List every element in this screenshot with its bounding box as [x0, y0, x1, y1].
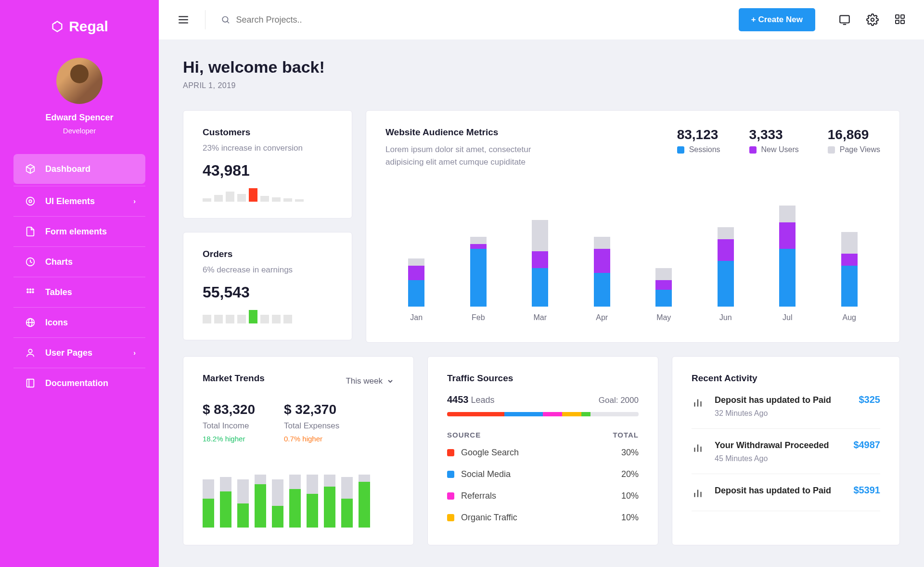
activity-item-title: Deposit has updated to Paid: [715, 485, 843, 497]
month-label: May: [656, 313, 671, 322]
audience-month-col: Jan: [385, 201, 448, 326]
stat-label: New Users: [749, 145, 799, 154]
activity-item-time: 32 Minutes Ago: [715, 409, 848, 418]
month-label: Apr: [596, 313, 608, 322]
source-row: Referrals10%: [447, 485, 639, 507]
trends-chart: [203, 460, 394, 528]
source-dot: [447, 492, 454, 500]
sidebar-item-form-elements[interactable]: Form elements: [13, 217, 145, 247]
source-header: SOURCE: [447, 431, 481, 439]
bar-segment: [470, 244, 487, 249]
bar-segment: [779, 222, 796, 249]
sparkline-bar: [249, 188, 257, 202]
sparkline-bar: [203, 315, 211, 323]
source-row: Google Search30%: [447, 442, 639, 464]
bar-segment: [841, 266, 858, 307]
gear-icon[interactable]: [866, 13, 879, 26]
source-dot: [447, 449, 454, 456]
nav: DashboardUI Elements›Form elementsCharts…: [0, 154, 159, 398]
sidebar-item-label: Charts: [45, 257, 73, 267]
trends-bar: [289, 460, 301, 528]
avatar[interactable]: [56, 58, 103, 104]
sidebar-item-label: UI Elements: [45, 196, 95, 206]
audience-month-col: Feb: [448, 201, 510, 326]
sidebar-item-label: Dashboard: [45, 164, 90, 174]
stacked-bar: [594, 201, 610, 307]
bar-segment: [594, 237, 610, 249]
audience-sub: Lorem ipsum dolor sit amet, consectetur …: [385, 143, 559, 168]
expenses-change: 0.7% higher: [284, 435, 339, 443]
total-header: TOTAL: [613, 431, 639, 439]
page-title: Hi, welcome back!: [183, 58, 900, 77]
activity-card: Recent Activity Deposit has updated to P…: [672, 356, 900, 545]
clock-icon: [25, 257, 36, 267]
grid-icon: [25, 287, 36, 297]
chevron-right-icon: ›: [133, 197, 136, 205]
brand[interactable]: Regal: [0, 10, 159, 43]
book-icon: [25, 378, 36, 388]
source-row: Social Media20%: [447, 464, 639, 485]
sidebar-item-ui-elements[interactable]: UI Elements›: [13, 186, 145, 217]
profile: Edward Spencer Developer: [0, 43, 159, 154]
main: + Create New Hi, welcome back! APRIL 1, …: [159, 0, 924, 567]
bar-segment: [470, 249, 487, 307]
sidebar-item-icons[interactable]: Icons: [13, 308, 145, 338]
orders-sub: 6% decrease in earnings: [203, 265, 333, 275]
month-label: Aug: [843, 313, 856, 322]
progress-segment: [562, 412, 581, 416]
stat-value: 16,869: [828, 127, 880, 142]
sidebar-item-tables[interactable]: Tables: [13, 277, 145, 308]
bar-segment: [655, 268, 672, 280]
cast-icon[interactable]: [838, 13, 851, 26]
chevron-right-icon: ›: [133, 349, 136, 357]
traffic-card: Traffic Sources 4453 Leads Goal: 2000 SO…: [427, 356, 658, 545]
stacked-bar: [408, 201, 424, 307]
activity-item: Your Withdrawal Proceeded45 Minutes Ago$…: [692, 429, 880, 474]
sparkline-bar: [226, 315, 234, 323]
customers-title: Customers: [203, 127, 333, 138]
sparkline-bar: [260, 196, 269, 202]
svg-rect-26: [901, 20, 904, 24]
trends-bar: [220, 460, 231, 528]
source-name: Organic Traffic: [461, 513, 517, 523]
sparkline-bar: [237, 315, 246, 323]
sidebar-item-charts[interactable]: Charts: [13, 247, 145, 277]
sidebar-item-label: Form elements: [45, 227, 107, 237]
svg-point-8: [32, 292, 34, 293]
svg-point-7: [30, 292, 31, 293]
cube-icon: [25, 164, 36, 174]
activity-title: Recent Activity: [692, 373, 880, 384]
stat-label: Sessions: [677, 145, 720, 154]
traffic-title: Traffic Sources: [447, 373, 639, 384]
source-name: Social Media: [461, 469, 511, 479]
sidebar-item-user-pages[interactable]: User Pages›: [13, 338, 145, 368]
source-pct: 30%: [621, 448, 639, 458]
search-input[interactable]: [236, 15, 727, 25]
trends-bar: [203, 460, 214, 528]
sidebar-item-documentation[interactable]: Documentation: [13, 368, 145, 398]
sparkline-bar: [249, 310, 257, 323]
apps-icon[interactable]: [894, 13, 906, 25]
legend-dot: [749, 146, 757, 154]
stat-value: 3,333: [749, 127, 799, 142]
sidebar-item-dashboard[interactable]: Dashboard: [13, 154, 145, 184]
sparkline-bar: [237, 194, 246, 202]
bar-segment: [408, 266, 424, 280]
svg-rect-23: [896, 15, 899, 18]
svg-point-1: [29, 200, 32, 203]
trends-dropdown[interactable]: This week: [346, 376, 394, 386]
bar-segment: [532, 268, 548, 307]
search[interactable]: [221, 15, 727, 25]
audience-month-col: Aug: [819, 201, 881, 326]
trends-bar: [359, 460, 370, 528]
activity-item-time: 45 Minutes Ago: [715, 454, 843, 463]
customers-sub: 23% increase in conversion: [203, 143, 333, 153]
page-date: APRIL 1, 2019: [183, 81, 900, 90]
trends-bar: [324, 460, 335, 528]
sparkline-bar: [283, 198, 292, 202]
create-button[interactable]: + Create New: [739, 8, 815, 31]
menu-icon[interactable]: [177, 13, 190, 26]
income-change: 18.2% higher: [203, 435, 255, 443]
brand-icon: [51, 20, 64, 33]
audience-month-col: Jul: [757, 201, 819, 326]
